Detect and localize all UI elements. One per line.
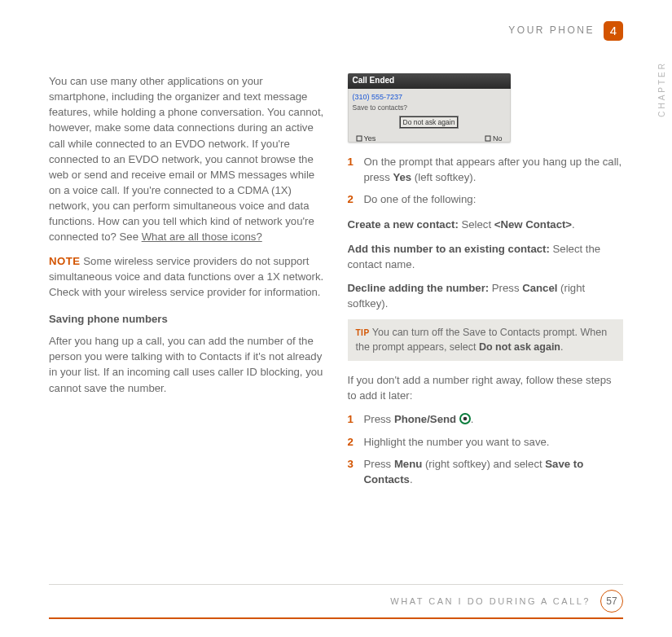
phone-screenshot: Call Ended (310) 555-7237 Save to contac… [348,73,511,143]
note-paragraph: NOTE Some wireless service providers do … [49,253,325,300]
note-label: NOTE [49,255,81,267]
page-number: 57 [600,590,623,613]
svg-point-3 [463,417,467,421]
right-column: Call Ended (310) 555-7237 Save to contac… [348,73,624,497]
steps-list-b: 1 Press Phone/Send . 2 Highlight the num… [348,411,624,487]
later-step-1: 1 Press Phone/Send . [348,411,624,427]
tip-label: TIP [356,328,370,337]
screenshot-softkeys: Yes No [348,132,511,147]
screenshot-no-softkey: No [485,134,503,144]
intro-paragraph: You can use many other applications on y… [49,73,325,245]
screenshot-prompt: Save to contacts? [353,103,506,112]
phone-send-icon [459,413,471,424]
option-decline: Decline adding the number: Press Cancel … [348,280,624,311]
saving-numbers-paragraph: After you hang up a call, you can add th… [49,333,325,396]
option-create-contact: Create a new contact: Select <New Contac… [348,217,624,232]
left-column: You can use many other applications on y… [49,73,325,497]
screenshot-do-not-ask-button: Do not ask again [399,116,459,129]
step-1: 1 On the prompt that appears after you h… [348,154,624,185]
step-2: 2 Do one of the following: [348,191,624,207]
header-section-title: YOUR PHONE [508,24,595,36]
screenshot-titlebar: Call Ended [348,73,511,89]
screenshot-phone-number: (310) 555-7237 [353,92,506,103]
page-header: YOUR PHONE 4 [49,24,623,49]
content-columns: You can use many other applications on y… [49,73,623,497]
screenshot-yes-softkey: Yes [356,134,376,144]
option-existing-contact: Add this number to an existing contact: … [348,241,624,272]
later-step-2: 2 Highlight the number you want to save. [348,434,624,450]
add-later-paragraph: If you don't add a number right away, fo… [348,372,624,403]
svg-rect-1 [485,136,490,141]
screenshot-body: (310) 555-7237 Save to contacts? Do not … [348,89,511,133]
footer-title: WHAT CAN I DO DURING A CALL? [390,596,591,606]
tip-box: TIP You can turn off the Save to Contact… [348,319,624,361]
chapter-side-label: CHAPTER [657,61,666,117]
icons-link[interactable]: What are all those icons? [142,231,262,243]
page-footer: WHAT CAN I DO DURING A CALL? 57 [49,584,623,619]
steps-list-a: 1 On the prompt that appears after you h… [348,154,624,207]
svg-rect-0 [357,136,362,141]
later-step-3: 3 Press Menu (right softkey) and select … [348,456,624,487]
saving-numbers-heading: Saving phone numbers [49,311,325,327]
chapter-number-badge: 4 [604,21,623,41]
